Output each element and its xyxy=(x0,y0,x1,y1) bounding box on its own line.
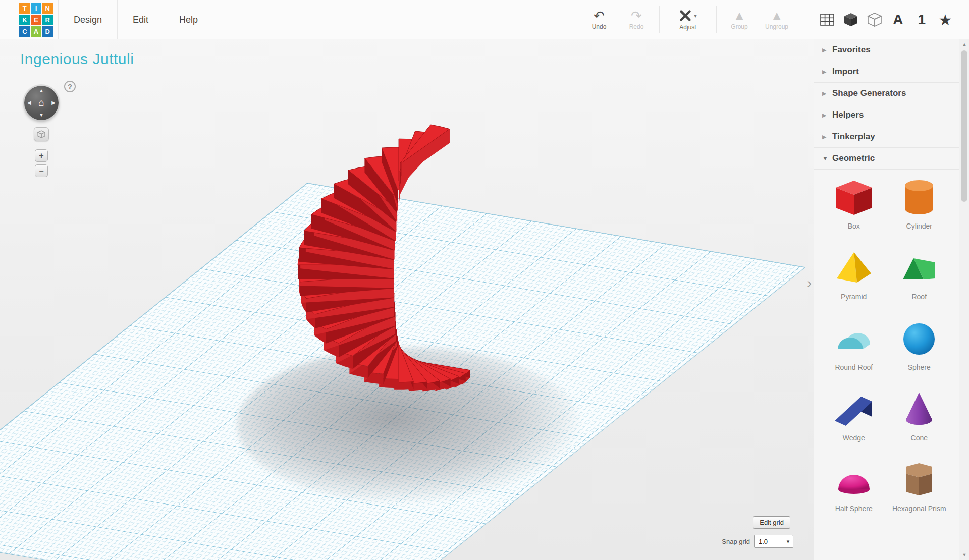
section-label: Helpers xyxy=(832,110,864,120)
adjust-cross-icon xyxy=(679,9,692,22)
section-label: Shape Generators xyxy=(832,88,906,98)
logo-tile: E xyxy=(31,15,42,26)
sidebar-collapse-handle[interactable]: › xyxy=(807,275,812,291)
shape-label: Cylinder xyxy=(906,222,932,230)
group-button[interactable]: ▲ Group xyxy=(721,0,758,39)
shape-label: Half Sphere xyxy=(835,505,873,513)
shape-cylinder[interactable]: Cylinder xyxy=(887,177,952,230)
logo-tile: I xyxy=(31,3,42,14)
logo-tile: R xyxy=(42,15,53,26)
snap-grid-label: Snap grid xyxy=(722,538,750,545)
undo-icon: ↶ xyxy=(594,9,605,22)
scroll-down-icon[interactable]: ▼ xyxy=(959,550,969,560)
section-label: Favorites xyxy=(832,45,871,55)
zoom-out-button[interactable]: − xyxy=(35,164,48,177)
rotate-right-icon[interactable]: ▶ xyxy=(51,100,56,105)
adjust-button[interactable]: ▾ Adjust xyxy=(664,0,712,39)
box-icon xyxy=(832,177,876,218)
rotate-up-icon[interactable]: ▲ xyxy=(39,88,44,93)
undo-label: Undo xyxy=(592,23,607,30)
menu-help[interactable]: Help xyxy=(164,0,213,39)
logo-tile: C xyxy=(19,26,30,37)
dropdown-caret-icon: ▾ xyxy=(783,535,793,547)
snap-grid-select[interactable]: 1.0 ▾ xyxy=(754,535,793,548)
shape-label: Sphere xyxy=(908,363,931,371)
toolbar-separator xyxy=(659,6,660,33)
logo-tile: D xyxy=(42,26,53,37)
group-icon: ▲ xyxy=(733,9,746,22)
sidebar-section-geometric[interactable]: ▼ Geometric xyxy=(814,148,959,170)
sphere-icon xyxy=(897,318,941,359)
shape-label: Hexagonal Prism xyxy=(892,505,946,513)
logo-tile: A xyxy=(31,26,42,37)
undo-button[interactable]: ↶ Undo xyxy=(580,0,618,39)
scroll-up-icon[interactable]: ▲ xyxy=(959,39,969,49)
chevron-right-icon: ▶ xyxy=(822,69,832,75)
roof-icon xyxy=(897,247,941,289)
text-letter-icon[interactable]: A xyxy=(888,10,907,30)
chevron-right-icon: ▶ xyxy=(822,47,832,53)
logo-tile: K xyxy=(19,15,30,26)
shape-round-roof[interactable]: Round Roof xyxy=(821,318,887,371)
solid-view-cube-icon[interactable] xyxy=(841,10,860,30)
design-canvas[interactable]: Ingenious Juttuli ? ▲ ▼ ◀ ▶ ⌂ + − › Edit… xyxy=(0,39,814,560)
zoom-in-button[interactable]: + xyxy=(35,149,48,162)
chevron-right-icon: ▶ xyxy=(822,112,832,119)
shape-sphere[interactable]: Sphere xyxy=(887,318,952,371)
ungroup-icon: ▲ xyxy=(770,9,783,22)
workplane-grid-icon[interactable] xyxy=(818,10,837,30)
home-view-icon[interactable]: ⌂ xyxy=(38,97,44,108)
adjust-dropdown-caret-icon: ▾ xyxy=(694,13,697,19)
view-cube-icon xyxy=(37,130,45,138)
tinkercad-logo[interactable]: T I N K E R C A D xyxy=(19,3,53,37)
chevron-right-icon: ▶ xyxy=(822,90,832,97)
half-sphere-icon xyxy=(832,459,876,500)
shape-hexagonal-prism[interactable]: Hexagonal Prism xyxy=(887,459,952,513)
menu-design[interactable]: Design xyxy=(59,0,118,39)
orthographic-view-button[interactable] xyxy=(34,127,49,141)
adjust-label: Adjust xyxy=(679,24,696,31)
shape-roof[interactable]: Roof xyxy=(887,247,952,301)
top-bar: T I N K E R C A D Design Edit Help ↶ Und… xyxy=(0,0,969,39)
shapes-sidebar: ▶ Favorites ▶ Import ▶ Shape Generators … xyxy=(814,39,959,560)
ungroup-button[interactable]: ▲ Ungroup xyxy=(758,0,795,39)
toolbar-separator xyxy=(716,6,717,33)
shape-wedge[interactable]: Wedge xyxy=(821,388,887,442)
sidebar-section-tinkerplay[interactable]: ▶ Tinkerplay xyxy=(814,126,959,148)
spiral-staircase-model[interactable] xyxy=(0,39,814,560)
section-label: Import xyxy=(832,67,859,77)
ungroup-label: Ungroup xyxy=(765,23,788,30)
sidebar-section-shape-generators[interactable]: ▶ Shape Generators xyxy=(814,83,959,104)
number-icon[interactable]: 1 xyxy=(912,10,931,30)
chevron-down-icon: ▼ xyxy=(822,155,832,162)
scrollbar-thumb[interactable] xyxy=(961,50,967,202)
view-navigation-ball[interactable]: ▲ ▼ ◀ ▶ ⌂ xyxy=(24,86,59,120)
favorites-star-icon[interactable]: ★ xyxy=(936,10,955,30)
sidebar-section-helpers[interactable]: ▶ Helpers xyxy=(814,104,959,126)
sidebar-scrollbar[interactable]: ▲ ▼ xyxy=(959,39,969,560)
shape-label: Wedge xyxy=(843,434,865,442)
pyramid-icon xyxy=(832,247,876,289)
menu-edit[interactable]: Edit xyxy=(118,0,164,39)
redo-button[interactable]: ↷ Redo xyxy=(618,0,655,39)
edit-grid-button[interactable]: Edit grid xyxy=(753,516,790,529)
shape-label: Roof xyxy=(911,293,927,301)
cylinder-icon xyxy=(897,177,941,218)
shape-cone[interactable]: Cone xyxy=(887,388,952,442)
sidebar-section-import[interactable]: ▶ Import xyxy=(814,61,959,83)
sidebar-section-favorites[interactable]: ▶ Favorites xyxy=(814,39,959,61)
shape-box[interactable]: Box xyxy=(821,177,887,230)
redo-icon: ↷ xyxy=(631,9,642,22)
rotate-left-icon[interactable]: ◀ xyxy=(27,100,31,105)
round-roof-icon xyxy=(832,318,876,359)
geometric-shapes-grid: Box Cylinder Pyramid xyxy=(814,170,959,513)
group-label: Group xyxy=(731,23,747,30)
rotate-down-icon[interactable]: ▼ xyxy=(39,113,44,118)
help-button[interactable]: ? xyxy=(64,81,76,92)
wireframe-view-cube-icon[interactable] xyxy=(865,10,884,30)
shape-label: Cone xyxy=(911,434,928,442)
shape-label: Box xyxy=(848,222,860,230)
shape-half-sphere[interactable]: Half Sphere xyxy=(821,459,887,513)
shape-pyramid[interactable]: Pyramid xyxy=(821,247,887,301)
view-toolbar: A 1 ★ xyxy=(818,0,955,39)
